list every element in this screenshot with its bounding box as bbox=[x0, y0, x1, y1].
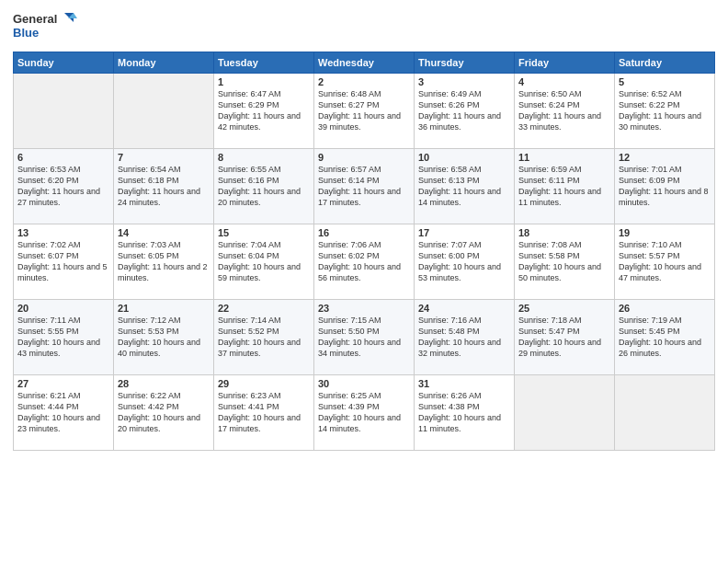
day-info: Sunrise: 6:52 AM Sunset: 6:22 PM Dayligh… bbox=[619, 88, 711, 133]
weekday-header-saturday: Saturday bbox=[615, 52, 715, 74]
calendar-cell: 16Sunrise: 7:06 AM Sunset: 6:02 PM Dayli… bbox=[314, 224, 415, 300]
day-number: 14 bbox=[118, 227, 210, 238]
weekday-header-monday: Monday bbox=[114, 52, 214, 74]
day-info: Sunrise: 6:21 AM Sunset: 4:44 PM Dayligh… bbox=[17, 390, 109, 435]
day-number: 1 bbox=[218, 76, 310, 87]
calendar-cell: 11Sunrise: 6:59 AM Sunset: 6:11 PM Dayli… bbox=[515, 149, 615, 224]
calendar-week-5: 27Sunrise: 6:21 AM Sunset: 4:44 PM Dayli… bbox=[14, 375, 715, 451]
calendar-cell bbox=[114, 74, 214, 149]
header: General Blue bbox=[13, 9, 715, 44]
calendar-cell: 9Sunrise: 6:57 AM Sunset: 6:14 PM Daylig… bbox=[314, 149, 415, 224]
day-number: 31 bbox=[418, 378, 510, 389]
calendar-cell: 24Sunrise: 7:16 AM Sunset: 5:48 PM Dayli… bbox=[415, 300, 515, 375]
weekday-header-friday: Friday bbox=[515, 52, 615, 74]
calendar-cell: 29Sunrise: 6:23 AM Sunset: 4:41 PM Dayli… bbox=[214, 375, 314, 451]
calendar-cell: 22Sunrise: 7:14 AM Sunset: 5:52 PM Dayli… bbox=[214, 300, 314, 375]
calendar-cell: 14Sunrise: 7:03 AM Sunset: 6:05 PM Dayli… bbox=[114, 224, 214, 300]
day-number: 27 bbox=[17, 378, 109, 389]
day-info: Sunrise: 6:26 AM Sunset: 4:38 PM Dayligh… bbox=[418, 390, 510, 435]
weekday-header-row: SundayMondayTuesdayWednesdayThursdayFrid… bbox=[14, 52, 715, 74]
calendar-cell: 25Sunrise: 7:18 AM Sunset: 5:47 PM Dayli… bbox=[515, 300, 615, 375]
day-number: 22 bbox=[218, 303, 310, 314]
calendar-cell: 3Sunrise: 6:49 AM Sunset: 6:26 PM Daylig… bbox=[415, 74, 515, 149]
day-info: Sunrise: 7:04 AM Sunset: 6:04 PM Dayligh… bbox=[218, 239, 310, 284]
day-info: Sunrise: 6:54 AM Sunset: 6:18 PM Dayligh… bbox=[118, 164, 210, 209]
calendar-cell: 27Sunrise: 6:21 AM Sunset: 4:44 PM Dayli… bbox=[14, 375, 114, 451]
day-number: 25 bbox=[518, 303, 610, 314]
day-info: Sunrise: 7:08 AM Sunset: 5:58 PM Dayligh… bbox=[518, 239, 610, 284]
svg-text:General: General bbox=[13, 12, 57, 26]
day-info: Sunrise: 6:58 AM Sunset: 6:13 PM Dayligh… bbox=[418, 164, 510, 209]
day-number: 8 bbox=[218, 152, 310, 163]
day-info: Sunrise: 7:16 AM Sunset: 5:48 PM Dayligh… bbox=[418, 315, 510, 360]
calendar-cell: 28Sunrise: 6:22 AM Sunset: 4:42 PM Dayli… bbox=[114, 375, 214, 451]
calendar-cell: 5Sunrise: 6:52 AM Sunset: 6:22 PM Daylig… bbox=[615, 74, 715, 149]
calendar-cell: 7Sunrise: 6:54 AM Sunset: 6:18 PM Daylig… bbox=[114, 149, 214, 224]
day-info: Sunrise: 6:23 AM Sunset: 4:41 PM Dayligh… bbox=[218, 390, 310, 435]
calendar-week-4: 20Sunrise: 7:11 AM Sunset: 5:55 PM Dayli… bbox=[14, 300, 715, 375]
day-info: Sunrise: 7:14 AM Sunset: 5:52 PM Dayligh… bbox=[218, 315, 310, 360]
calendar-cell bbox=[515, 375, 615, 451]
generalblue-logo: General Blue bbox=[13, 9, 77, 44]
calendar-cell: 8Sunrise: 6:55 AM Sunset: 6:16 PM Daylig… bbox=[214, 149, 314, 224]
day-info: Sunrise: 7:10 AM Sunset: 5:57 PM Dayligh… bbox=[619, 239, 711, 284]
day-info: Sunrise: 7:06 AM Sunset: 6:02 PM Dayligh… bbox=[318, 239, 410, 284]
day-info: Sunrise: 7:15 AM Sunset: 5:50 PM Dayligh… bbox=[318, 315, 410, 360]
calendar-header: SundayMondayTuesdayWednesdayThursdayFrid… bbox=[14, 52, 715, 74]
day-number: 3 bbox=[418, 76, 510, 87]
day-number: 23 bbox=[318, 303, 410, 314]
calendar-cell: 31Sunrise: 6:26 AM Sunset: 4:38 PM Dayli… bbox=[415, 375, 515, 451]
calendar-week-1: 1Sunrise: 6:47 AM Sunset: 6:29 PM Daylig… bbox=[14, 74, 715, 149]
calendar-cell bbox=[615, 375, 715, 451]
day-number: 6 bbox=[17, 152, 109, 163]
day-info: Sunrise: 7:18 AM Sunset: 5:47 PM Dayligh… bbox=[518, 315, 610, 360]
day-number: 7 bbox=[118, 152, 210, 163]
calendar-cell: 1Sunrise: 6:47 AM Sunset: 6:29 PM Daylig… bbox=[214, 74, 314, 149]
calendar-cell bbox=[14, 74, 114, 149]
calendar-cell: 26Sunrise: 7:19 AM Sunset: 5:45 PM Dayli… bbox=[615, 300, 715, 375]
day-number: 20 bbox=[17, 303, 109, 314]
day-info: Sunrise: 6:55 AM Sunset: 6:16 PM Dayligh… bbox=[218, 164, 310, 209]
svg-text:Blue: Blue bbox=[13, 26, 39, 40]
day-number: 24 bbox=[418, 303, 510, 314]
calendar-cell: 15Sunrise: 7:04 AM Sunset: 6:04 PM Dayli… bbox=[214, 224, 314, 300]
day-number: 19 bbox=[619, 227, 711, 238]
day-number: 29 bbox=[218, 378, 310, 389]
day-info: Sunrise: 7:03 AM Sunset: 6:05 PM Dayligh… bbox=[118, 239, 210, 284]
calendar-cell: 30Sunrise: 6:25 AM Sunset: 4:39 PM Dayli… bbox=[314, 375, 415, 451]
day-number: 21 bbox=[118, 303, 210, 314]
day-info: Sunrise: 6:50 AM Sunset: 6:24 PM Dayligh… bbox=[518, 88, 610, 133]
day-number: 4 bbox=[518, 76, 610, 87]
day-info: Sunrise: 6:57 AM Sunset: 6:14 PM Dayligh… bbox=[318, 164, 410, 209]
calendar-cell: 12Sunrise: 7:01 AM Sunset: 6:09 PM Dayli… bbox=[615, 149, 715, 224]
calendar-cell: 2Sunrise: 6:48 AM Sunset: 6:27 PM Daylig… bbox=[314, 74, 415, 149]
calendar-cell: 6Sunrise: 6:53 AM Sunset: 6:20 PM Daylig… bbox=[14, 149, 114, 224]
day-info: Sunrise: 6:47 AM Sunset: 6:29 PM Dayligh… bbox=[218, 88, 310, 133]
day-info: Sunrise: 7:12 AM Sunset: 5:53 PM Dayligh… bbox=[118, 315, 210, 360]
calendar-week-2: 6Sunrise: 6:53 AM Sunset: 6:20 PM Daylig… bbox=[14, 149, 715, 224]
day-number: 13 bbox=[17, 227, 109, 238]
calendar-cell: 10Sunrise: 6:58 AM Sunset: 6:13 PM Dayli… bbox=[415, 149, 515, 224]
calendar-table: SundayMondayTuesdayWednesdayThursdayFrid… bbox=[13, 52, 715, 451]
day-number: 30 bbox=[318, 378, 410, 389]
day-info: Sunrise: 6:49 AM Sunset: 6:26 PM Dayligh… bbox=[418, 88, 510, 133]
calendar-cell: 23Sunrise: 7:15 AM Sunset: 5:50 PM Dayli… bbox=[314, 300, 415, 375]
day-info: Sunrise: 6:22 AM Sunset: 4:42 PM Dayligh… bbox=[118, 390, 210, 435]
calendar-cell: 13Sunrise: 7:02 AM Sunset: 6:07 PM Dayli… bbox=[14, 224, 114, 300]
logo: General Blue bbox=[13, 9, 77, 44]
day-info: Sunrise: 6:25 AM Sunset: 4:39 PM Dayligh… bbox=[318, 390, 410, 435]
weekday-header-wednesday: Wednesday bbox=[314, 52, 415, 74]
calendar-body: 1Sunrise: 6:47 AM Sunset: 6:29 PM Daylig… bbox=[14, 74, 715, 451]
calendar-cell: 21Sunrise: 7:12 AM Sunset: 5:53 PM Dayli… bbox=[114, 300, 214, 375]
calendar-cell: 19Sunrise: 7:10 AM Sunset: 5:57 PM Dayli… bbox=[615, 224, 715, 300]
day-number: 5 bbox=[619, 76, 711, 87]
calendar-cell: 17Sunrise: 7:07 AM Sunset: 6:00 PM Dayli… bbox=[415, 224, 515, 300]
day-number: 9 bbox=[318, 152, 410, 163]
calendar-page: General Blue SundayMondayTuesdayWednesda… bbox=[0, 0, 728, 563]
weekday-header-sunday: Sunday bbox=[14, 52, 114, 74]
day-number: 11 bbox=[518, 152, 610, 163]
day-number: 18 bbox=[518, 227, 610, 238]
day-info: Sunrise: 7:11 AM Sunset: 5:55 PM Dayligh… bbox=[17, 315, 109, 360]
day-info: Sunrise: 7:19 AM Sunset: 5:45 PM Dayligh… bbox=[619, 315, 711, 360]
day-number: 15 bbox=[218, 227, 310, 238]
